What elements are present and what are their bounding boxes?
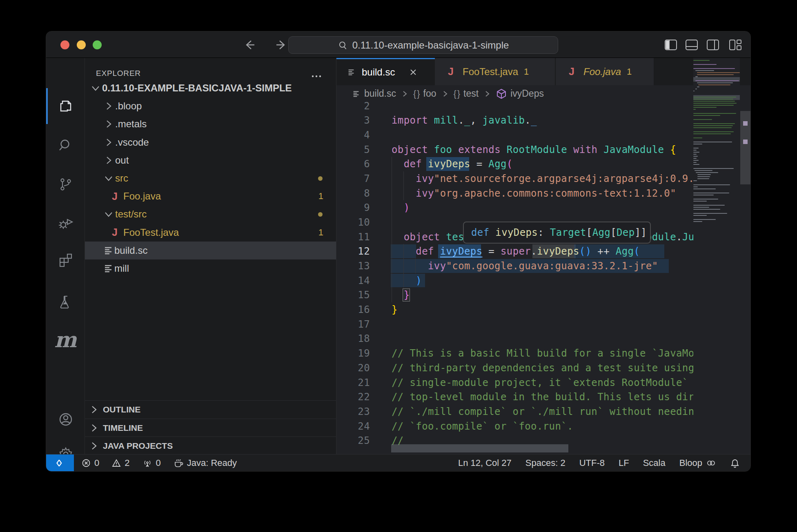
line-number: 22 — [336, 390, 370, 404]
status-spaces-2[interactable]: Spaces: 2 — [525, 458, 565, 468]
activity-testing-icon[interactable] — [46, 282, 85, 321]
navigate-forward-icon[interactable] — [275, 38, 288, 51]
minimap[interactable] — [693, 58, 740, 454]
activity-source-control-icon[interactable] — [46, 165, 85, 204]
line-number: 8 — [336, 186, 370, 201]
breadcrumb-separator-icon — [441, 89, 450, 98]
tree-item-footest-java[interactable]: JFooTest.java1 — [85, 224, 336, 242]
modified-dot-badge — [318, 212, 323, 217]
line-number: 21 — [336, 375, 370, 390]
line-number: 17 — [336, 317, 370, 332]
code-line-8: ivy"org.apache.commons:commons-text:1.12… — [392, 186, 676, 201]
breadcrumb-separator-icon — [483, 89, 492, 98]
status-ln-12-col-27[interactable]: Ln 12, Col 27 — [458, 458, 512, 468]
tree-item-test-src[interactable]: test/src — [85, 205, 336, 223]
close-tab-icon[interactable] — [408, 67, 419, 78]
code-editor[interactable]: 23import mill._, javalib._45object foo e… — [336, 102, 750, 454]
toggle-panel-icon[interactable] — [686, 40, 698, 50]
file-icon — [102, 262, 114, 275]
activity-extensions-icon[interactable] — [46, 240, 85, 279]
command-center-search[interactable]: 0.11.10-example-basicjava-1-simple — [288, 36, 558, 54]
close-window-button[interactable] — [60, 40, 69, 49]
activity-mill-icon[interactable]: m — [46, 320, 85, 359]
twist-right-icon — [102, 136, 115, 149]
section-java-projects[interactable]: JAVA PROJECTS — [85, 437, 336, 454]
tree-item-out[interactable]: out — [85, 151, 336, 169]
activity-account-icon[interactable] — [46, 400, 85, 439]
tree-item-src[interactable]: src — [85, 169, 336, 187]
section-outline[interactable]: OUTLINE — [85, 400, 336, 418]
breadcrumb-item-test[interactable]: { }test — [454, 88, 479, 99]
activity-search-icon[interactable] — [46, 126, 85, 165]
customize-layout-icon[interactable] — [729, 40, 741, 50]
breadcrumb-separator-icon — [400, 89, 409, 98]
tree-item-mill[interactable]: mill — [85, 259, 336, 277]
activity-run-debug-icon[interactable] — [46, 203, 85, 242]
breadcrumb-item-ivydeps[interactable]: ivyDeps — [496, 88, 544, 100]
explorer-sidebar: EXPLORER 0.11.10-EXAMPLE-BASICJAVA-1-SIM… — [85, 58, 336, 454]
breadcrumb-item-build-sc[interactable]: build.sc — [351, 88, 396, 100]
activity-explorer-icon[interactable] — [46, 86, 85, 126]
line-number: 18 — [336, 331, 370, 346]
tab-foo-java[interactable]: JFoo.java1 — [556, 58, 655, 85]
code-line-12: def ivyDeps = super.ivyDeps() ++ Agg( — [392, 244, 640, 259]
section-timeline[interactable]: TIMELINE — [85, 419, 336, 437]
title-bar: 0.11.10-example-basicjava-1-simple — [46, 31, 750, 58]
java-file-icon: J — [109, 226, 121, 238]
toggle-primary-sidebar-icon[interactable] — [665, 40, 677, 50]
code-line-6: def ivyDeps = Agg( — [392, 157, 513, 171]
activity-bar: m — [46, 58, 85, 454]
line-number: 7 — [336, 171, 370, 186]
loop-icon — [706, 458, 716, 468]
line-number: 19 — [336, 346, 370, 361]
command-center-label: 0.11.10-example-basicjava-1-simple — [352, 40, 509, 51]
code-line-9: ) — [392, 200, 410, 215]
code-line-16: } — [392, 302, 398, 317]
status-lf[interactable]: LF — [619, 458, 629, 468]
tree-item--metals[interactable]: .metals — [85, 115, 336, 133]
line-number: 11 — [336, 230, 370, 244]
status-utf-8[interactable]: UTF-8 — [579, 458, 605, 468]
status-bell[interactable] — [730, 458, 740, 468]
remote-indicator[interactable] — [46, 454, 74, 472]
tree-item--bloop[interactable]: .bloop — [85, 97, 336, 115]
broadcast-icon — [142, 458, 153, 468]
horizontal-scrollbar[interactable] — [391, 444, 568, 452]
zoom-window-button[interactable] — [93, 40, 102, 49]
search-icon — [338, 40, 348, 51]
status-java-ready[interactable]: Java: Ready — [173, 458, 237, 468]
status-bloop[interactable]: Bloop — [679, 458, 716, 468]
code-line-3: import mill._, javalib._ — [392, 113, 537, 128]
twist-right-icon — [102, 118, 115, 130]
twist-right-icon — [102, 154, 115, 166]
twist-down-icon — [89, 82, 102, 94]
explorer-header: EXPLORER — [96, 69, 141, 78]
status-scala[interactable]: Scala — [643, 458, 666, 468]
tree-item-foo-java[interactable]: JFoo.java1 — [85, 187, 336, 205]
status-0[interactable]: 0 — [142, 458, 161, 468]
java-file-icon: J — [565, 66, 578, 78]
tab-footest-java[interactable]: JFooTest.java1 — [435, 58, 556, 85]
status-2[interactable]: 2 — [111, 458, 129, 468]
tab-build-sc[interactable]: build.sc — [336, 58, 435, 85]
tree-item-0-11-10-example-basicjava-1-simple[interactable]: 0.11.10-EXAMPLE-BASICJAVA-1-SIMPLE — [85, 79, 336, 97]
line-number: 6 — [336, 157, 370, 171]
minimize-window-button[interactable] — [77, 40, 86, 49]
java-file-icon: J — [109, 191, 121, 202]
line-number: 5 — [336, 142, 370, 157]
tree-item--vscode[interactable]: .vscode — [85, 133, 336, 151]
coffee-icon — [173, 458, 184, 468]
twist-down-icon — [102, 172, 115, 184]
tree-item-build-sc[interactable]: build.sc — [85, 242, 336, 259]
navigate-back-icon[interactable] — [243, 38, 256, 51]
problem-count-badge: 1 — [318, 191, 323, 202]
twist-down-icon — [102, 208, 115, 220]
breadcrumb-item-foo[interactable]: { }foo — [413, 88, 436, 99]
line-number: 16 — [336, 302, 370, 317]
overview-ruler-mark — [743, 140, 748, 144]
overview-ruler-mark — [743, 121, 748, 126]
code-line-24: // `foo.compile` or `foo.run`. — [392, 419, 573, 434]
namespace-icon: { } — [454, 89, 461, 99]
status-0[interactable]: 0 — [81, 458, 99, 468]
toggle-secondary-sidebar-icon[interactable] — [707, 40, 719, 50]
